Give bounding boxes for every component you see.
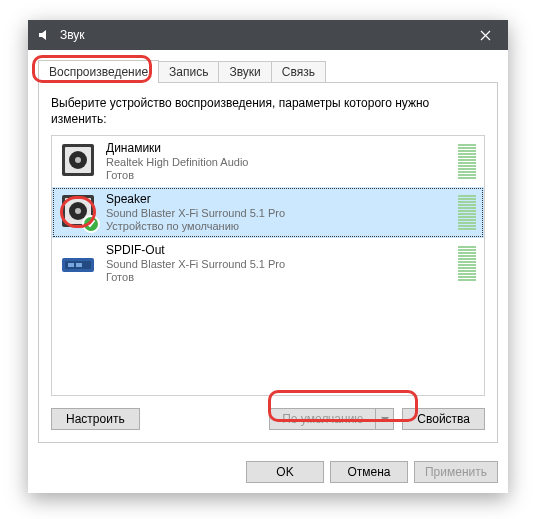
tab-panel-playback: Выберите устройство воспроизведения, пар…: [38, 82, 498, 443]
svg-rect-10: [68, 263, 74, 267]
device-icon: [60, 244, 96, 280]
window-title: Звук: [60, 28, 85, 42]
tab-communications[interactable]: Связь: [271, 61, 326, 82]
device-desc: Sound Blaster X-Fi Surround 5.1 Pro: [106, 207, 452, 221]
chevron-down-icon[interactable]: [375, 409, 393, 429]
titlebar[interactable]: Звук: [28, 20, 508, 50]
tab-recording[interactable]: Запись: [158, 61, 219, 82]
set-default-button[interactable]: По умолчанию: [269, 408, 394, 430]
properties-button[interactable]: Свойства: [402, 408, 485, 430]
sound-dialog: Звук Воспроизведение Запись Звуки Связь …: [28, 20, 508, 493]
device-status: Готов: [106, 271, 452, 285]
device-desc: Sound Blaster X-Fi Surround 5.1 Pro: [106, 258, 452, 272]
set-default-label: По умолчанию: [270, 409, 375, 429]
device-item[interactable]: Динамики Realtek High Definition Audio Г…: [52, 136, 484, 187]
device-name: SPDIF-Out: [106, 243, 452, 258]
configure-button[interactable]: Настроить: [51, 408, 140, 430]
default-check-icon: [82, 215, 100, 233]
tab-playback[interactable]: Воспроизведение: [38, 60, 159, 83]
tab-sounds[interactable]: Звуки: [218, 61, 271, 82]
device-name: Speaker: [106, 192, 452, 207]
device-icon: [60, 142, 96, 178]
panel-instruction: Выберите устройство воспроизведения, пар…: [51, 95, 485, 127]
svg-point-3: [75, 157, 81, 163]
device-name: Динамики: [106, 141, 452, 156]
close-button[interactable]: [463, 20, 508, 50]
device-status: Готов: [106, 169, 452, 183]
cancel-button[interactable]: Отмена: [330, 461, 408, 483]
svg-rect-11: [76, 263, 82, 267]
ok-button[interactable]: OK: [246, 461, 324, 483]
apply-button[interactable]: Применить: [414, 461, 498, 483]
dialog-footer: OK Отмена Применить: [28, 453, 508, 493]
sound-icon: [36, 27, 52, 43]
level-meter: [458, 195, 476, 230]
device-item[interactable]: Speaker Sound Blaster X-Fi Surround 5.1 …: [52, 187, 484, 238]
device-item[interactable]: SPDIF-Out Sound Blaster X-Fi Surround 5.…: [52, 238, 484, 289]
device-list[interactable]: Динамики Realtek High Definition Audio Г…: [51, 135, 485, 396]
device-status: Устройство по умолчанию: [106, 220, 452, 234]
tabstrip: Воспроизведение Запись Звуки Связь: [38, 58, 498, 82]
level-meter: [458, 144, 476, 179]
level-meter: [458, 246, 476, 281]
device-icon: [60, 193, 96, 229]
svg-point-7: [75, 208, 81, 214]
device-desc: Realtek High Definition Audio: [106, 156, 452, 170]
